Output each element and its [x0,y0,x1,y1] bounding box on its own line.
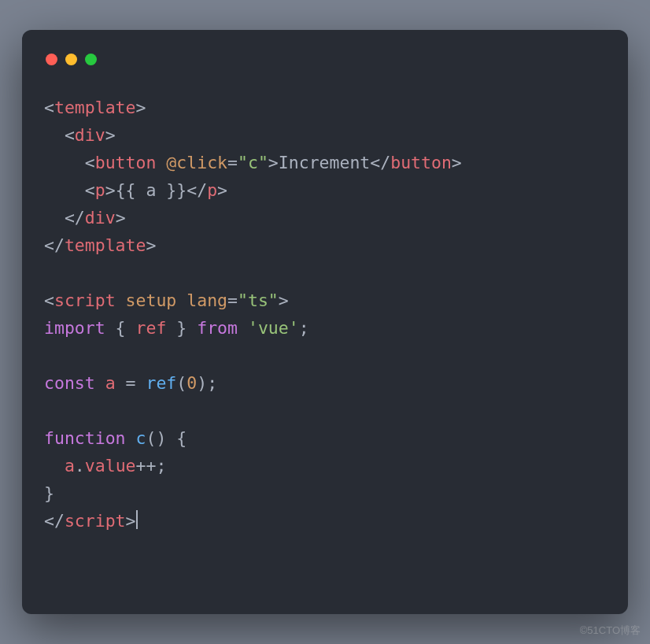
code-block[interactable]: <template> <div> <button @click="c">Incr… [44,94,606,535]
minimize-icon[interactable] [65,54,77,65]
watermark: ©51CTO博客 [580,624,641,638]
code-text: value [85,456,136,476]
code-text: ++ [136,456,157,476]
code-text: p [207,180,217,200]
code-text: " [238,153,248,172]
code-text: c [136,428,146,448]
code-text: { [176,428,187,448]
code-text: > [146,235,156,255]
code-text: ; [299,318,309,338]
code-text: </ [65,208,85,228]
code-text: > [268,153,279,172]
code-text: . [75,456,85,476]
code-text: = [227,153,238,172]
code-text: </ [187,180,207,200]
code-text: > [105,180,116,200]
code-text: a [105,373,116,393]
code-text: = [227,291,238,310]
code-window: <template> <div> <button @click="c">Incr… [22,30,628,614]
code-text: ; [156,456,166,476]
code-text: () [146,428,166,448]
code-text: </ [44,235,65,255]
code-text [238,318,248,338]
code-text: } [166,318,197,338]
code-text: > [116,208,126,228]
code-text: button [95,153,157,172]
code-text: </ [370,153,390,172]
code-text: < [44,291,54,310]
code-text: ) [197,373,207,393]
code-text: ( [176,373,187,393]
code-text: { [105,318,136,338]
code-text: ' [248,318,258,338]
code-text: ref [136,318,167,338]
code-text: import [44,318,105,338]
code-text: " [258,153,268,172]
code-text: " [268,291,279,310]
code-text: template [54,98,136,117]
code-text: lang [187,291,227,310]
code-text: function [44,428,126,448]
code-text: from [197,318,238,338]
code-text: a [65,456,75,476]
code-text: button [390,153,452,172]
code-text: vue [258,318,289,338]
code-text: div [75,125,105,145]
code-text: ts [248,291,268,310]
code-text: > [452,153,462,172]
code-text: script [65,511,126,531]
code-text: > [217,180,227,200]
cursor-icon [136,510,138,529]
code-text: < [44,98,54,117]
code-text: template [65,235,146,255]
window-controls [46,54,606,65]
code-text: script [54,291,116,310]
code-text: } [44,483,54,503]
code-text: ref [146,373,176,393]
code-text [126,428,136,448]
code-text: < [85,180,95,200]
code-text: < [85,153,95,172]
code-text: 0 [187,373,197,393]
code-text: div [85,208,116,228]
code-text: @click [166,153,227,172]
code-text: </ [44,511,65,531]
code-text: = [116,373,146,393]
close-icon[interactable] [46,54,57,65]
code-text: c [248,153,258,172]
code-text: > [105,125,116,145]
code-text: {{ a }} [116,180,187,200]
code-text: > [279,291,289,310]
code-text: " [238,291,248,310]
code-text: Increment [279,153,371,172]
maximize-icon[interactable] [85,54,97,65]
code-text [95,373,105,393]
code-text: ' [289,318,299,338]
code-text: p [95,180,105,200]
code-text: > [136,98,146,117]
code-text: ; [207,373,217,393]
code-text [166,428,176,448]
code-text: const [44,373,95,393]
code-text: setup [126,291,177,310]
code-text: > [126,511,136,531]
code-text: < [65,125,75,145]
